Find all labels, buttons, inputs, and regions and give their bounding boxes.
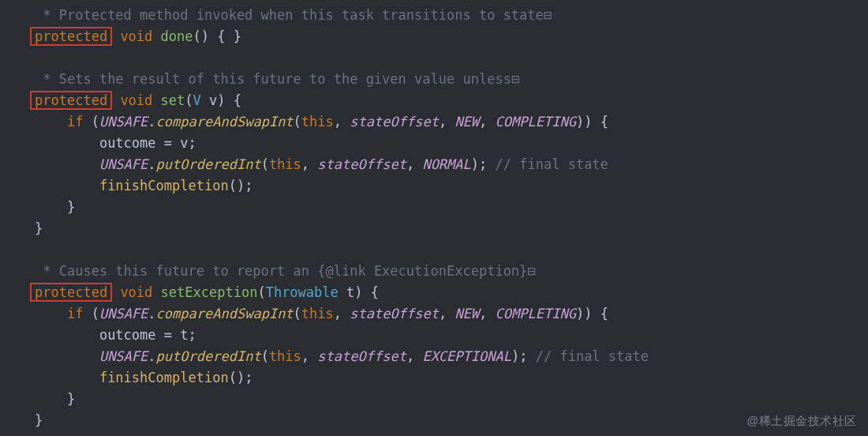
unsafe-ref: UNSAFE — [99, 156, 148, 172]
exceptional-ref: EXCEPTIONAL — [422, 348, 511, 364]
comma: , — [334, 306, 350, 321]
call-cas: compareAndSwapInt — [156, 114, 294, 130]
paren: )) { — [576, 306, 608, 321]
paren: ) { — [354, 284, 379, 300]
completing-ref: COMPLETING — [496, 114, 576, 130]
new-ref: NEW — [455, 306, 479, 321]
comment-final-state: // final state — [496, 156, 608, 172]
paren: () { } — [193, 28, 241, 44]
fold-glyph: ⊟ — [544, 7, 552, 23]
call-cas: compareAndSwapInt — [156, 306, 294, 321]
unsafe-ref: UNSAFE — [99, 114, 148, 130]
method-setexception: setException — [161, 284, 258, 300]
paren: ( — [257, 284, 265, 300]
paren: ); — [471, 156, 487, 172]
keyword-protected-done: protected — [30, 27, 112, 46]
dot: . — [148, 306, 155, 321]
watermark: @稀土掘金技术社区 — [746, 410, 857, 431]
dot: . — [148, 114, 155, 130]
comment-done: * Protected method invoked when this tas… — [35, 7, 544, 23]
brace-close: } — [35, 220, 43, 236]
type-v: V — [193, 92, 201, 108]
brace-close: } — [35, 412, 43, 428]
keyword-void: void — [120, 284, 152, 300]
comma: , — [479, 114, 495, 130]
brace-close: } — [67, 391, 75, 407]
stateoffset-ref: stateOffset — [317, 156, 406, 172]
comma: , — [301, 156, 317, 172]
paren: ); — [511, 348, 527, 364]
stateoffset-ref: stateOffset — [350, 306, 439, 321]
fold-glyph: ⊟ — [527, 263, 535, 279]
comma: , — [406, 156, 422, 172]
paren: ( — [92, 114, 99, 130]
paren: ) { — [217, 92, 241, 108]
paren: ( — [294, 306, 301, 321]
keyword-if: if — [67, 306, 83, 321]
stateoffset-ref: stateOffset — [350, 114, 439, 130]
param-v: v — [209, 92, 217, 108]
outcome-assign: outcome = v; — [99, 135, 196, 151]
paren: ( — [294, 114, 301, 130]
paren: (); — [229, 370, 253, 385]
completing-ref: COMPLETING — [496, 306, 576, 321]
comment-set: * Sets the result of this future to the … — [35, 71, 511, 87]
method-done: done — [161, 28, 193, 44]
paren: ( — [185, 92, 193, 108]
dot: . — [148, 348, 155, 364]
outcome-assign: outcome = t; — [99, 327, 196, 343]
dot: . — [148, 156, 155, 172]
comma: , — [406, 348, 422, 364]
paren: ( — [261, 348, 269, 364]
keyword-if: if — [67, 114, 83, 130]
this-ref: this — [301, 114, 334, 130]
paren: )) { — [576, 114, 608, 130]
comment-setex: * Causes this future to report an {@link… — [35, 263, 527, 279]
keyword-protected-setex: protected — [30, 283, 112, 302]
method-set: set — [161, 92, 185, 108]
stateoffset-ref: stateOffset — [317, 348, 406, 364]
keyword-protected-set: protected — [30, 91, 112, 110]
call-finish: finishCompletion — [99, 370, 229, 385]
keyword-void: void — [120, 28, 152, 44]
this-ref: this — [269, 156, 301, 172]
normal-ref: NORMAL — [422, 156, 470, 172]
brace-close: } — [67, 199, 75, 215]
this-ref: this — [301, 306, 334, 321]
call-finish: finishCompletion — [99, 178, 229, 194]
unsafe-ref: UNSAFE — [99, 348, 148, 364]
comment-final-state: // final state — [536, 348, 649, 364]
paren: (); — [229, 178, 253, 194]
comma: , — [334, 114, 350, 130]
comma: , — [479, 306, 495, 321]
comma: , — [439, 114, 455, 130]
keyword-void: void — [120, 92, 152, 108]
this-ref: this — [269, 348, 301, 364]
new-ref: NEW — [455, 114, 479, 130]
param-t: t — [346, 284, 354, 300]
code-block: * Protected method invoked when this tas… — [35, 5, 649, 431]
call-putordered: putOrderedInt — [156, 348, 261, 364]
type-throwable: Throwable — [266, 284, 339, 300]
paren: ( — [261, 156, 269, 172]
fold-glyph: ⊟ — [511, 71, 519, 87]
call-putordered: putOrderedInt — [156, 156, 261, 172]
comma: , — [439, 306, 455, 321]
unsafe-ref: UNSAFE — [99, 306, 148, 321]
paren: ( — [92, 306, 99, 321]
comma: , — [301, 348, 317, 364]
